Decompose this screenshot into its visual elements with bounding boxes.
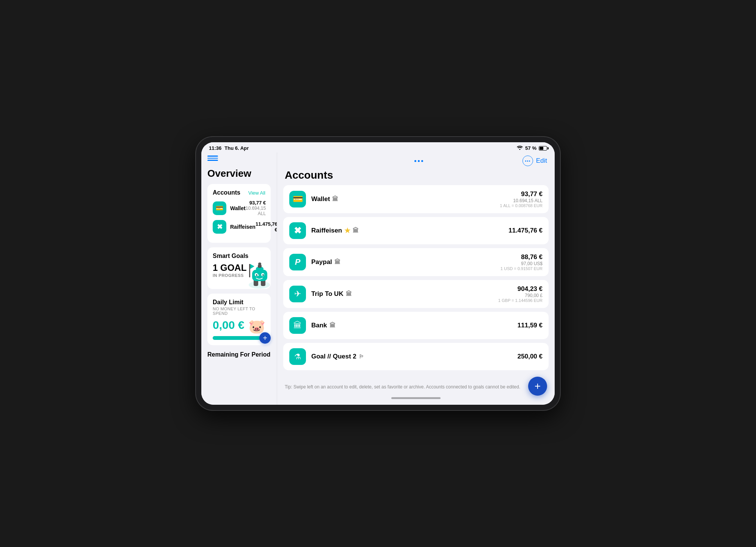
list-item[interactable]: ✈ Trip To UK 🏛 904,23 € 790,00 £ 1 GBP =… bbox=[283, 280, 549, 308]
home-bar bbox=[391, 397, 441, 399]
list-item[interactable]: 🏛 Bank 🏛 111,59 € bbox=[283, 312, 549, 339]
bank-row-icon: 🏛 bbox=[289, 317, 306, 334]
account-name-raiffeisen: Raiffeisen bbox=[230, 224, 256, 230]
date: Thu 6. Apr bbox=[224, 145, 249, 151]
progress-bar-fill bbox=[213, 336, 263, 340]
paypal-row-amounts: 88,76 € 97,00 US$ 1 USD = 0.91507 EUR bbox=[500, 253, 543, 271]
sidebar-toggle-button[interactable] bbox=[207, 156, 218, 163]
device-frame: 11:36 Thu 6. Apr 57 % bbox=[196, 137, 560, 410]
piggy-bank-icon: 🐷 bbox=[248, 319, 265, 335]
edit-button[interactable]: Edit bbox=[536, 157, 547, 165]
goal-quest-row-amounts: 250,00 € bbox=[518, 353, 543, 360]
bank-row-name: Bank 🏛 bbox=[311, 322, 336, 329]
overview-title: Overview bbox=[207, 168, 271, 179]
flag-icon: 🏳 bbox=[359, 354, 364, 360]
bank-icon: 🏛 bbox=[353, 227, 359, 234]
sidebar-header bbox=[207, 156, 271, 163]
svg-rect-11 bbox=[249, 264, 250, 277]
wallet-amount: 93,77 € 10.694,15 ALL bbox=[246, 200, 266, 216]
screen: 11:36 Thu 6. Apr 57 % bbox=[201, 142, 555, 405]
remaining-period: Remaining For Period bbox=[207, 351, 271, 358]
progress-bar: + bbox=[213, 336, 265, 340]
list-item[interactable]: ✖ Raiffeisen 11.475,76 € bbox=[213, 220, 265, 234]
accounts-card-title: Accounts bbox=[213, 189, 240, 196]
accounts-list: 💳 Wallet 🏛 93,77 € 10.694,15 ALL 1 ALL =… bbox=[277, 185, 555, 381]
more-options-button[interactable] bbox=[414, 160, 423, 162]
raiffeisen-row-icon: ✖ bbox=[289, 222, 306, 239]
accounts-card-header: Accounts View All bbox=[213, 189, 265, 196]
add-account-button[interactable]: + bbox=[528, 377, 547, 396]
list-item[interactable]: P Paypal 🏛 88,76 € 97,00 US$ 1 USD = 0.9… bbox=[283, 248, 549, 276]
trip-uk-row-icon: ✈ bbox=[289, 286, 306, 302]
wallet-row-name: Wallet 🏛 bbox=[311, 195, 338, 203]
trip-uk-row-name: Trip To UK 🏛 bbox=[311, 290, 352, 298]
goal-quest-row-icon: ⚗ bbox=[289, 348, 306, 365]
tip-text: Tip: Swipe left on an account to edit, d… bbox=[277, 381, 555, 394]
paypal-row-icon: P bbox=[289, 254, 306, 270]
right-panel: Edit Accounts 💳 Wallet 🏛 93,77 € bbox=[277, 152, 555, 405]
paypal-row-name: Paypal 🏛 bbox=[311, 258, 340, 266]
bank-icon: 🏛 bbox=[332, 196, 338, 203]
battery-percentage: 57 % bbox=[525, 145, 536, 151]
view-all-button[interactable]: View All bbox=[248, 190, 265, 196]
status-bar: 11:36 Thu 6. Apr 57 % bbox=[201, 142, 555, 152]
wallet-row-amounts: 93,77 € 10.694,15 ALL 1 ALL = 0.008768 E… bbox=[500, 190, 543, 208]
raiffeisen-row-name: Raiffeisen ★ 🏛 bbox=[311, 226, 359, 235]
more-icon[interactable] bbox=[522, 156, 533, 166]
list-item[interactable]: ⚗ Goal // Quest 2 🏳 250,00 € bbox=[283, 343, 549, 370]
list-item[interactable]: 💳 Wallet 93,77 € 10.694,15 ALL bbox=[213, 200, 265, 216]
list-item[interactable]: ✖ Raiffeisen ★ 🏛 11.475,76 € bbox=[283, 217, 549, 244]
svg-point-10 bbox=[258, 262, 261, 266]
status-right: 57 % bbox=[517, 145, 547, 151]
daily-limit-sub: NO MONEY LEFT TO SPEND bbox=[213, 307, 265, 316]
star-icon: ★ bbox=[344, 226, 350, 235]
right-panel-header: Edit bbox=[277, 152, 555, 169]
content-area: Overview Accounts View All 💳 Wallet 93,7… bbox=[201, 152, 555, 405]
daily-limit-card: Daily Limit NO MONEY LEFT TO SPEND 0,00 … bbox=[207, 294, 271, 345]
home-indicator bbox=[277, 394, 555, 402]
accounts-card: Accounts View All 💳 Wallet 93,77 € 10.69… bbox=[207, 184, 271, 243]
svg-point-7 bbox=[262, 274, 264, 276]
raiffeisen-row-amounts: 11.475,76 € bbox=[508, 227, 543, 234]
bank-icon: 🏛 bbox=[346, 291, 352, 297]
goal-quest-row-name: Goal // Quest 2 🏳 bbox=[311, 353, 364, 360]
battery-fill bbox=[540, 147, 543, 150]
accounts-title: Accounts bbox=[277, 169, 555, 185]
add-transaction-button[interactable]: + bbox=[259, 332, 271, 344]
wifi-icon bbox=[517, 145, 523, 151]
time: 11:36 bbox=[209, 145, 221, 151]
wallet-icon: 💳 bbox=[213, 201, 226, 215]
raiffeisen-icon: ✖ bbox=[213, 220, 226, 234]
raiffeisen-amount: 11.475,76 € bbox=[256, 221, 277, 233]
account-name-wallet: Wallet bbox=[230, 205, 246, 211]
bank-row-amounts: 111,59 € bbox=[518, 322, 543, 329]
status-left: 11:36 Thu 6. Apr bbox=[209, 145, 249, 151]
svg-text:★: ★ bbox=[257, 274, 259, 277]
trip-uk-row-amounts: 904,23 € 790,00 £ 1 GBP = 1.144596 EUR bbox=[498, 285, 543, 303]
bank-icon: 🏛 bbox=[329, 322, 336, 329]
battery-icon bbox=[539, 146, 547, 151]
bank-icon: 🏛 bbox=[334, 259, 340, 266]
smart-goals-card: Smart Goals 1 GOAL IN PROGRESS bbox=[207, 247, 271, 289]
robot-illustration: ★ bbox=[245, 256, 271, 289]
daily-amount: 0,00 € bbox=[213, 319, 244, 332]
right-panel-bottom: Tip: Swipe left on an account to edit, d… bbox=[277, 381, 555, 405]
left-panel: Overview Accounts View All 💳 Wallet 93,7… bbox=[201, 152, 277, 405]
svg-marker-12 bbox=[250, 264, 254, 269]
svg-point-0 bbox=[249, 281, 270, 289]
wallet-row-icon: 💳 bbox=[289, 191, 306, 207]
list-item[interactable]: 💳 Wallet 🏛 93,77 € 10.694,15 ALL 1 ALL =… bbox=[283, 185, 549, 213]
daily-limit-label: Daily Limit bbox=[213, 299, 265, 306]
